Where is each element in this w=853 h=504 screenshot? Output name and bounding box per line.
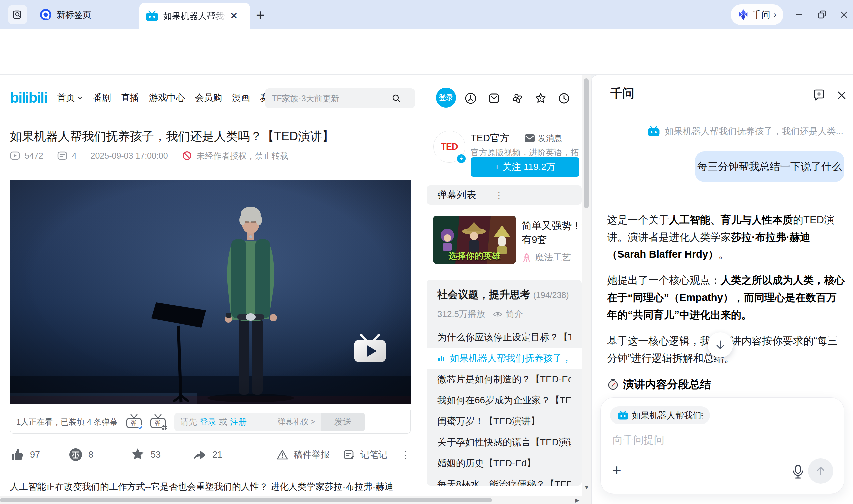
add-attachment-button[interactable]: +	[612, 461, 621, 479]
playlist-item[interactable]: 婚姻的历史【TED-Ed】	[426, 453, 582, 474]
horizontal-scrollbar[interactable]: ▶	[0, 496, 591, 504]
search-icon[interactable]	[392, 94, 401, 103]
login-button[interactable]: 登录	[436, 88, 456, 108]
now-playing-icon	[437, 355, 445, 362]
input-attached-chip[interactable]: 如果机器人帮我们抚养孩子，...	[610, 407, 710, 425]
send-message-button[interactable]: 发消息	[525, 133, 562, 144]
rocket-icon	[522, 252, 532, 263]
note-icon	[343, 449, 355, 461]
video-player[interactable]	[10, 180, 411, 404]
coin-button[interactable]: 8	[68, 447, 130, 462]
vip-icon[interactable]	[464, 92, 477, 105]
more-options-icon[interactable]: ⋮	[401, 449, 411, 461]
hint-or: 或	[219, 416, 227, 427]
favorite-button[interactable]: 53	[130, 447, 192, 462]
login-link[interactable]: 登录	[200, 416, 216, 427]
send-button[interactable]	[808, 458, 833, 484]
danmaku-list-title: 弹幕列表	[437, 188, 476, 201]
arrow-down-icon	[715, 339, 726, 351]
check-icon	[137, 425, 143, 431]
share-button[interactable]: 21	[192, 447, 222, 462]
scroll-to-bottom-button[interactable]	[708, 332, 733, 358]
tab-close-icon[interactable]: ✕	[230, 11, 238, 21]
warning-icon	[276, 449, 288, 461]
like-count: 97	[30, 450, 40, 460]
voice-input-button[interactable]	[791, 464, 805, 479]
playlist-item[interactable]: 每天8杯水，能治疗便秘？【TED-	[426, 474, 582, 486]
window-close-button[interactable]	[837, 7, 851, 22]
bilibili-logo[interactable]: bilibili	[10, 89, 47, 106]
playlist-item[interactable]: 闺蜜万岁！【TED演讲】	[426, 411, 582, 432]
playlist-intro-link[interactable]: 简介	[506, 308, 523, 320]
danmaku-settings-button[interactable]: 弹	[150, 415, 166, 429]
nav-mall[interactable]: 会员购	[195, 92, 222, 104]
follow-button[interactable]: + 关注 119.2万	[471, 157, 579, 177]
tab-bilibili-video[interactable]: 如果机器人帮我们 ✕	[139, 3, 250, 29]
qwen-prompt-input[interactable]: 向千问提问	[613, 433, 664, 447]
share-count: 21	[212, 450, 222, 460]
window-minimize-button[interactable]	[792, 7, 807, 22]
description-line1: 人工智能正在改变我们的工作方式--它是否也会重塑我们的人性？ 进化人类学家莎拉·…	[10, 479, 411, 495]
bilibili-header-nav: bilibili 首页 番剧 直播 游戏中心 会员购 漫画 赛事	[10, 87, 278, 109]
new-chat-button[interactable]	[812, 88, 826, 103]
qwen-assistant-button[interactable]: 千问 ›	[731, 4, 783, 25]
scrollbar-thumb[interactable]	[584, 78, 589, 208]
playlist-panel: 社会议题，提升思考 (194/238) 312.5万播放 简介 为什么你应该停止…	[426, 280, 582, 486]
register-link[interactable]: 注册	[230, 416, 247, 427]
scrollbar-thumb[interactable]	[0, 498, 492, 502]
playlist-item[interactable]: 微芯片是如何制造的？【TED-Ed】	[426, 369, 582, 390]
playlist-item[interactable]: 为什么你应该停止设定目标？【TE	[426, 327, 582, 348]
nav-live[interactable]: 直播	[121, 92, 139, 104]
star-icon	[130, 447, 145, 462]
danmaku-list-panel[interactable]: 弹幕列表 ⋮	[426, 185, 582, 204]
playlist-item[interactable]: 关于孕妇性快感的谎言【TED演讲】	[426, 432, 582, 453]
note-button[interactable]: 记笔记	[343, 449, 387, 461]
video-title: 如果机器人帮我们抚养孩子，我们还是人类吗？【TED演讲】	[10, 128, 334, 145]
scroll-down-arrow-icon[interactable]: ▼	[584, 484, 590, 491]
danmaku-toggle-button[interactable]: 弹	[126, 415, 142, 429]
nav-manga[interactable]: 漫画	[232, 92, 250, 104]
user-message-text: 每三分钟帮我总结一下说了什么	[697, 160, 842, 174]
favorites-icon[interactable]	[534, 92, 547, 105]
bilibili-search-box[interactable]	[265, 88, 415, 108]
screen: 新标签页 如果机器人帮我们 ✕ + 千问 › bilibili.com/vide…	[0, 0, 853, 504]
danmaku-input[interactable]: 请先 登录 或 注册 弹幕礼仪 >	[174, 413, 321, 431]
ad-brand[interactable]: 魔法工艺	[522, 252, 571, 264]
search-input[interactable]	[272, 94, 392, 103]
response-paragraph: 她提出了一个核心观点：人类之所以成为人类，核心在于“同理心”（Empathy），…	[607, 272, 846, 324]
ad-title-line2[interactable]: 有9套	[522, 233, 547, 247]
vertical-scrollbar[interactable]: ▼	[582, 75, 591, 496]
microphone-icon	[791, 464, 805, 479]
ad-thumbnail[interactable]: 选择你的英雄	[433, 216, 516, 264]
close-panel-button[interactable]	[834, 88, 849, 103]
response-paragraph: 这是一个关于人工智能、育儿与人性本质的TED演讲。演讲者是进化人类学家莎拉·布拉…	[607, 211, 846, 263]
tab-label: 新标签页	[57, 9, 91, 21]
new-tab-button[interactable]: +	[256, 7, 265, 23]
playlist-item[interactable]: 我如何在66岁成为企业家？【TED演	[426, 390, 582, 411]
window-restore-button[interactable]	[815, 7, 829, 22]
message-icon[interactable]	[487, 92, 501, 105]
history-icon[interactable]	[557, 92, 571, 105]
ad-title-line1[interactable]: 简单又强势！还	[522, 218, 583, 233]
ted-logo: TED	[441, 142, 458, 152]
playlist-plays: 312.5万播放	[437, 308, 485, 320]
qwen-input-card[interactable]: 如果机器人帮我们抚养孩子，... 向千问提问 +	[600, 397, 844, 494]
scroll-right-arrow-icon[interactable]: ▶	[575, 496, 579, 504]
like-button[interactable]: 97	[10, 447, 68, 462]
attached-page-chip[interactable]: 如果机器人帮我们抚养孩子，我们还是人类...	[592, 125, 853, 137]
dynamics-icon[interactable]	[511, 92, 524, 105]
nav-bangumi[interactable]: 番剧	[93, 92, 111, 104]
send-message-label: 发消息	[538, 133, 562, 144]
playlist-item-current[interactable]: 如果机器人帮我们抚养孩子，我	[426, 348, 582, 369]
nav-game-center[interactable]: 游戏中心	[149, 92, 185, 104]
uploader-name[interactable]: TED官方	[471, 131, 509, 145]
report-button[interactable]: 稿件举报	[276, 449, 330, 461]
nav-home[interactable]: 首页	[57, 92, 83, 104]
qwen-pill-label: 千问	[752, 9, 770, 21]
danmaku-send-button[interactable]: 发送	[321, 413, 365, 431]
tab-new-tab-page[interactable]: 新标签页	[39, 5, 91, 25]
coin-icon	[68, 447, 83, 462]
danmaku-list-menu-icon[interactable]: ⋮	[495, 190, 503, 200]
danmaku-etiquette-link[interactable]: 弹幕礼仪 >	[278, 417, 315, 427]
tab-search-button[interactable]	[8, 5, 27, 24]
